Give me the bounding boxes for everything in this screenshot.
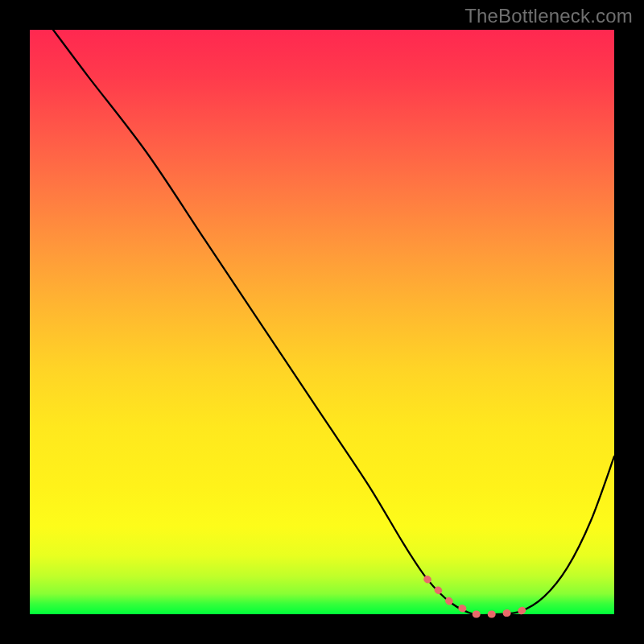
curve-layer [30, 30, 614, 614]
bottleneck-curve [53, 30, 614, 615]
attribution-label: TheBottleneck.com [464, 5, 633, 27]
chart-container: TheBottleneck.com [0, 0, 644, 644]
plot-area [30, 30, 614, 614]
